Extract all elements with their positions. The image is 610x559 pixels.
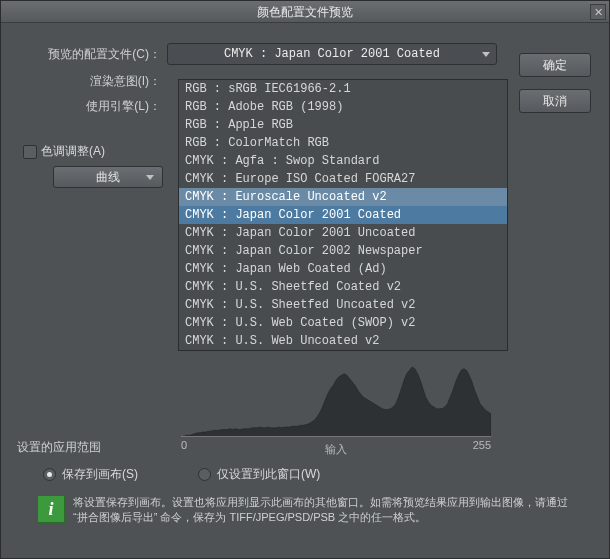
profile-option[interactable]: RGB : sRGB IEC61966-2.1: [179, 80, 507, 98]
profile-dropdown-value: CMYK : Japan Color 2001 Coated: [224, 47, 440, 61]
profile-option[interactable]: CMYK : U.S. Sheetfed Coated v2: [179, 278, 507, 296]
radio-dot-icon: [47, 472, 52, 477]
apply-scope-radios: 保存到画布(S) 仅设置到此窗口(W): [43, 466, 593, 483]
close-button[interactable]: ✕: [590, 4, 606, 20]
profile-option[interactable]: CMYK : Japan Color 2001 Coated: [179, 206, 507, 224]
engine-label: 使用引擎(L)：: [17, 98, 167, 115]
info-icon: i: [37, 495, 65, 523]
profile-option[interactable]: RGB : Apple RGB: [179, 116, 507, 134]
radio-save-to-canvas[interactable]: 保存到画布(S): [43, 466, 138, 483]
dialog-window: 颜色配置文件预览 ✕ 确定 取消 预览的配置文件(C)： CMYK : Japa…: [0, 0, 610, 559]
tone-adjust-label: 色调调整(A): [41, 143, 105, 160]
dialog-body: 确定 取消 预览的配置文件(C)： CMYK : Japan Color 200…: [1, 23, 609, 198]
chevron-down-icon: [482, 52, 490, 57]
profile-option[interactable]: CMYK : U.S. Sheetfed Uncoated v2: [179, 296, 507, 314]
profile-option[interactable]: CMYK : U.S. Web Coated (SWOP) v2: [179, 314, 507, 332]
tone-adjust-checkbox[interactable]: [23, 145, 37, 159]
radio-icon: [43, 468, 56, 481]
ok-button-label: 确定: [543, 58, 567, 72]
info-text: 将设置保存到画布。设置也将应用到显示此画布的其他窗口。如需将预览结果应用到输出图…: [73, 495, 573, 525]
cancel-button[interactable]: 取消: [519, 89, 591, 113]
profile-option[interactable]: CMYK : Japan Color 2001 Uncoated: [179, 224, 507, 242]
profile-option[interactable]: CMYK : U.S. Web Uncoated v2: [179, 332, 507, 350]
cancel-button-label: 取消: [543, 94, 567, 108]
profile-label: 预览的配置文件(C)：: [17, 46, 167, 63]
radio-icon: [198, 468, 211, 481]
profile-dropdown-list[interactable]: RGB : sRGB IEC61966-2.1RGB : Adobe RGB (…: [178, 79, 508, 351]
info-row: i 将设置保存到画布。设置也将应用到显示此画布的其他窗口。如需将预览结果应用到输…: [37, 495, 593, 525]
radio-save-label: 保存到画布(S): [62, 466, 138, 483]
close-icon: ✕: [594, 6, 603, 18]
tone-curve-value: 曲线: [96, 170, 120, 184]
histogram-svg: [181, 365, 491, 437]
profile-option[interactable]: CMYK : Europe ISO Coated FOGRA27: [179, 170, 507, 188]
profile-option[interactable]: CMYK : Euroscale Uncoated v2: [179, 188, 507, 206]
tone-curve-dropdown[interactable]: 曲线: [53, 166, 163, 188]
chevron-down-icon: [146, 175, 154, 180]
ok-button[interactable]: 确定: [519, 53, 591, 77]
radio-this-label: 仅设置到此窗口(W): [217, 466, 320, 483]
profile-option[interactable]: RGB : ColorMatch RGB: [179, 134, 507, 152]
profile-option[interactable]: CMYK : Japan Color 2002 Newspaper: [179, 242, 507, 260]
apply-scope-title: 设置的应用范围: [17, 439, 593, 456]
profile-option[interactable]: CMYK : Japan Web Coated (Ad): [179, 260, 507, 278]
radio-this-window[interactable]: 仅设置到此窗口(W): [198, 466, 320, 483]
profile-row: 预览的配置文件(C)： CMYK : Japan Color 2001 Coat…: [17, 43, 593, 65]
profile-dropdown[interactable]: CMYK : Japan Color 2001 Coated: [167, 43, 497, 65]
dialog-title: 颜色配置文件预览: [257, 5, 353, 19]
right-button-column: 确定 取消: [519, 53, 591, 113]
profile-option[interactable]: CMYK : Agfa : Swop Standard: [179, 152, 507, 170]
apply-scope-group: 设置的应用范围 保存到画布(S) 仅设置到此窗口(W) i 将设置保存到画布。设…: [17, 439, 593, 525]
titlebar: 颜色配置文件预览 ✕: [1, 1, 609, 23]
profile-option[interactable]: RGB : Adobe RGB (1998): [179, 98, 507, 116]
intent-label: 渲染意图(I)：: [17, 73, 167, 90]
